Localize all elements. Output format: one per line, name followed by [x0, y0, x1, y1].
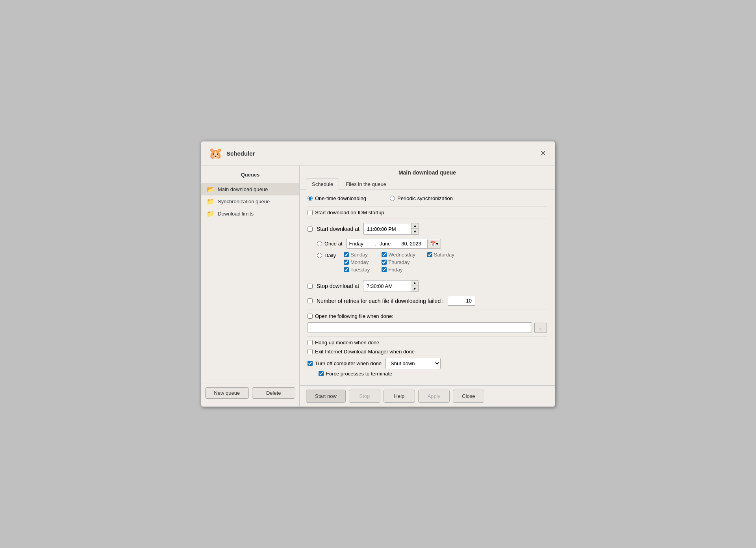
turn-off-checkbox[interactable] [308, 361, 313, 366]
start-time-spinner: ▲ ▼ [411, 223, 419, 234]
sidebar-footer: New queue Delete [201, 383, 299, 403]
periodic-radio-label[interactable]: Periodic synchronization [390, 195, 453, 201]
stop-download-at-checkbox[interactable] [308, 284, 313, 289]
close-button[interactable]: Close [453, 390, 484, 403]
label-sunday: Sunday [350, 252, 368, 258]
apply-button[interactable]: Apply [418, 390, 450, 403]
stop-time-spinner: ▲ ▼ [411, 281, 418, 292]
start-time-input-wrap: ▲ ▼ [363, 223, 419, 235]
main-content: Queues 📂 Main download queue 📁 Synchroni… [201, 165, 555, 407]
file-path-input[interactable] [308, 322, 532, 333]
retries-label[interactable]: Number of retries for each file if downl… [317, 298, 444, 304]
checkbox-monday[interactable] [344, 260, 349, 265]
hang-up-checkbox[interactable] [308, 340, 313, 345]
open-file-check-row: Open the following file when done: [308, 313, 547, 319]
divider-1 [308, 206, 547, 206]
start-time-up-button[interactable]: ▲ [411, 223, 419, 229]
start-download-at-checkbox[interactable] [308, 227, 313, 232]
stop-time-input[interactable] [363, 282, 411, 291]
shutdown-select[interactable]: Shut down Hibernate Sleep Log off [385, 358, 441, 369]
folder-sync-icon: 📁 [207, 198, 215, 205]
hang-up-label[interactable]: Hang up modem when done [315, 340, 379, 346]
start-download-at-row: Start download at ▲ ▼ [308, 223, 547, 235]
daily-row: Daily Sunday Wednesday Sat [317, 252, 547, 273]
date-month-field[interactable] [377, 239, 399, 248]
title-bar: 🐹 Scheduler ✕ [201, 141, 555, 165]
stop-time-down-button[interactable]: ▼ [411, 286, 418, 292]
force-row: Force processes to terminate [319, 371, 547, 377]
checkbox-tuesday[interactable] [344, 267, 349, 272]
exit-idm-row: Exit Internet Download Manager when done [308, 349, 547, 355]
divider-4 [308, 310, 547, 310]
close-window-button[interactable]: ✕ [538, 148, 548, 158]
start-time-down-button[interactable]: ▼ [411, 229, 419, 234]
date-daynum-field[interactable] [399, 239, 427, 248]
day-tuesday: Tuesday [344, 267, 370, 273]
once-at-radio[interactable] [317, 241, 322, 246]
sidebar: Queues 📂 Main download queue 📁 Synchroni… [201, 165, 300, 407]
right-panel: Main download queue Schedule Files in th… [300, 165, 555, 407]
retries-input[interactable] [448, 296, 475, 306]
bottom-bar: Start now Stop Help Apply Close [300, 385, 555, 407]
one-time-radio-label[interactable]: One-time downloading [308, 195, 366, 201]
label-friday: Friday [388, 267, 402, 273]
help-button[interactable]: Help [384, 390, 415, 403]
exit-idm-label[interactable]: Exit Internet Download Manager when done [315, 349, 415, 355]
force-checkbox[interactable] [319, 371, 324, 376]
daily-radio[interactable] [317, 253, 322, 258]
divider-5 [308, 336, 547, 336]
checkbox-saturday[interactable] [427, 252, 432, 257]
day-saturday: Saturday [427, 252, 454, 258]
calendar-button[interactable]: 📅▾ [427, 240, 441, 248]
checkbox-thursday[interactable] [382, 260, 387, 265]
checkbox-wednesday[interactable] [382, 252, 387, 257]
turn-off-label[interactable]: Turn off computer when done [315, 360, 382, 366]
turn-off-check-group: Turn off computer when done [308, 360, 382, 366]
turn-off-row: Turn off computer when done Shut down Hi… [308, 358, 547, 369]
new-queue-button[interactable]: New queue [205, 387, 249, 399]
days-grid: Sunday Wednesday Saturday Monday [344, 252, 454, 273]
open-file-label[interactable]: Open the following file when done: [315, 313, 393, 319]
start-now-button[interactable]: Start now [306, 390, 346, 403]
browse-button[interactable]: ... [534, 323, 547, 333]
sidebar-item-label: Download limits [218, 211, 254, 217]
stop-download-at-label[interactable]: Stop download at [317, 283, 359, 289]
retries-checkbox[interactable] [308, 298, 313, 303]
stop-button[interactable]: Stop [349, 390, 380, 403]
start-idm-checkbox[interactable] [308, 210, 313, 215]
folder-main-icon: 📂 [207, 186, 215, 193]
date-day-field[interactable] [347, 239, 374, 248]
tab-schedule[interactable]: Schedule [306, 178, 339, 190]
checkbox-friday[interactable] [382, 267, 387, 272]
sidebar-item-sync-queue[interactable]: 📁 Synchronization queue [201, 195, 299, 208]
periodic-radio[interactable] [390, 196, 395, 201]
daily-radio-label[interactable]: Daily [317, 252, 336, 258]
stop-download-at-row: Stop download at ▲ ▼ [308, 280, 547, 292]
start-idm-label[interactable]: Start download on IDM startup [315, 210, 384, 215]
day-thursday: Thursday [382, 259, 415, 265]
one-time-radio[interactable] [308, 196, 313, 201]
one-time-label: One-time downloading [315, 195, 366, 201]
start-idm-row: Start download on IDM startup [308, 210, 547, 215]
sidebar-item-main-queue[interactable]: 📂 Main download queue [201, 183, 299, 195]
date-input-group: , 📅▾ [346, 239, 441, 249]
once-at-radio-label[interactable]: Once at [317, 241, 343, 247]
open-file-checkbox[interactable] [308, 314, 313, 319]
once-at-row: Once at , 📅▾ [317, 239, 547, 249]
start-download-at-label[interactable]: Start download at [317, 226, 359, 232]
sidebar-item-label: Main download queue [218, 186, 268, 192]
hang-up-row: Hang up modem when done [308, 340, 547, 346]
force-label[interactable]: Force processes to terminate [326, 371, 392, 377]
start-time-input[interactable] [364, 225, 411, 234]
sidebar-item-dl-limits[interactable]: 📁 Download limits [201, 208, 299, 220]
panel-title: Main download queue [300, 165, 555, 178]
checkbox-sunday[interactable] [344, 252, 349, 257]
tab-files-queue[interactable]: Files in the queue [340, 178, 392, 190]
label-monday: Monday [350, 259, 369, 265]
schedule-content: One-time downloading Periodic synchroniz… [300, 190, 555, 385]
daily-label: Daily [324, 253, 336, 258]
stop-time-up-button[interactable]: ▲ [411, 281, 418, 286]
exit-idm-checkbox[interactable] [308, 349, 313, 354]
sidebar-item-label: Synchronization queue [218, 199, 270, 204]
delete-button[interactable]: Delete [252, 387, 296, 399]
